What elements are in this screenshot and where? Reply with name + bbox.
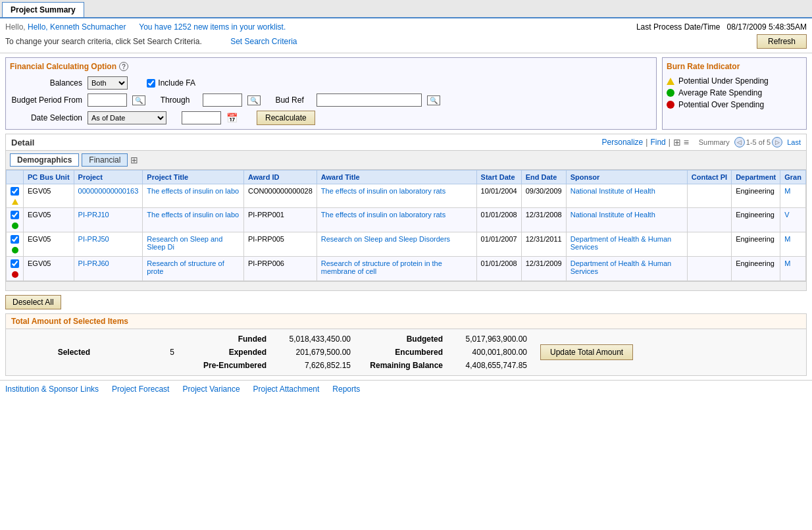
- project-forecast-link[interactable]: Project Forecast: [112, 384, 169, 394]
- project-cell[interactable]: PI-PRJ50: [74, 232, 143, 257]
- view-icon-1[interactable]: ⊞: [673, 137, 681, 147]
- worklist-link[interactable]: You have 1252 new items in your worklist…: [139, 22, 286, 32]
- col-end-date[interactable]: End Date: [521, 171, 566, 184]
- hello-text: Hello,: [5, 22, 28, 32]
- pre-encumbered-row: Pre-Encumbered 7,626,852.15: [188, 361, 351, 370]
- summary-label: Summary: [699, 138, 730, 146]
- col-sponsor[interactable]: Sponsor: [566, 171, 687, 184]
- col-start-date[interactable]: Start Date: [476, 171, 521, 184]
- personalize-link[interactable]: Personalize: [602, 138, 644, 147]
- search-criteria-section: To change your search criteria, click Se…: [5, 37, 297, 46]
- data-table: PC Bus Unit Project Project Title Award …: [6, 170, 806, 281]
- row-checkbox-cell: [7, 184, 24, 208]
- view-icon-2[interactable]: ≡: [684, 137, 689, 147]
- refresh-button[interactable]: Refresh: [757, 34, 807, 49]
- table-row: EGV05PI-PRJ60Research of structure of pr…: [7, 257, 806, 281]
- header-area: Hello, Hello, Kenneth Schumacher You hav…: [0, 18, 812, 53]
- financial-tab[interactable]: Financial: [82, 153, 128, 167]
- sponsor-cell[interactable]: Department of Health & Human Services: [566, 232, 687, 257]
- row-checkbox[interactable]: [11, 211, 19, 219]
- project-title-cell[interactable]: The effects of insulin on labo: [143, 184, 244, 208]
- table-row: EGV05PI-PRJ10The effects of insulin on l…: [7, 208, 806, 232]
- greeting-section: Hello, Hello, Kenneth Schumacher You hav…: [5, 22, 286, 32]
- project-cell[interactable]: PI-PRJ60: [74, 257, 143, 281]
- user-name[interactable]: Hello, Kenneth Schumacher: [28, 22, 126, 32]
- project-cell[interactable]: PI-PRJ10: [74, 208, 143, 232]
- update-total-button[interactable]: Update Total Amount: [540, 344, 633, 360]
- selected-label: Selected: [11, 348, 90, 357]
- gran-cell[interactable]: M: [780, 257, 806, 281]
- row-checkbox[interactable]: [11, 235, 19, 244]
- through-label: Through: [161, 95, 190, 105]
- sponsor-cell[interactable]: National Institute of Health: [566, 184, 687, 208]
- gran-cell[interactable]: M: [780, 184, 806, 208]
- col-gran[interactable]: Gran: [780, 171, 806, 184]
- col-checkbox: [7, 171, 24, 184]
- project-attachment-link[interactable]: Project Attachment: [253, 384, 320, 394]
- start-date-cell: 01/01/2008: [476, 208, 521, 232]
- as-of-date-input[interactable]: [182, 111, 221, 124]
- options-wrapper: Financial Calculating Option ? Balances …: [0, 53, 812, 134]
- through-search-btn[interactable]: 🔍: [247, 95, 261, 105]
- set-criteria-link[interactable]: Set Search Criteria: [230, 37, 297, 46]
- project-title-cell[interactable]: Research on Sleep and Sleep Di: [143, 232, 244, 257]
- bud-ref-search-btn[interactable]: 🔍: [427, 95, 440, 105]
- calendar-icon[interactable]: 📅: [226, 113, 238, 123]
- row-checkbox[interactable]: [11, 259, 19, 268]
- budget-from-search-btn[interactable]: 🔍: [132, 95, 145, 105]
- project-summary-tab[interactable]: Project Summary: [2, 2, 84, 17]
- institution-sponsor-link[interactable]: Institution & Sponsor Links: [5, 384, 99, 394]
- recalculate-button[interactable]: Recalculate: [257, 111, 315, 125]
- include-fa-checkbox[interactable]: [147, 79, 155, 88]
- col-pc-bus-unit[interactable]: PC Bus Unit: [24, 171, 74, 184]
- include-fa-label: Include FA: [158, 78, 195, 88]
- award-id-cell: CON000000000028: [243, 184, 317, 208]
- project-title-cell[interactable]: Research of structure of prote: [143, 257, 244, 281]
- date-selection-select[interactable]: As of Date Period End: [88, 111, 166, 124]
- project-title-cell[interactable]: The effects of insulin on labo: [143, 208, 244, 232]
- balances-label: Balances: [10, 78, 82, 88]
- project-cell[interactable]: 000000000000163: [74, 184, 143, 208]
- next-page-btn[interactable]: ▷: [772, 137, 782, 147]
- gran-cell[interactable]: V: [780, 208, 806, 232]
- detail-section: Detail Personalize | Find | ⊞ ≡ Summary …: [5, 134, 807, 291]
- project-variance-link[interactable]: Project Variance: [182, 384, 240, 394]
- gran-cell[interactable]: M: [780, 232, 806, 257]
- date-selection-row: Date Selection As of Date Period End 📅 R…: [10, 111, 652, 125]
- circle-green-indicator: [12, 223, 18, 229]
- last-link[interactable]: Last: [787, 138, 801, 146]
- prev-page-btn[interactable]: ◁: [734, 137, 745, 147]
- budget-period-from-input[interactable]: [88, 93, 127, 107]
- col-award-id[interactable]: Award ID: [243, 171, 317, 184]
- col-contact-pi[interactable]: Contact PI: [687, 171, 731, 184]
- pc-bus-unit-cell: EGV05: [24, 184, 74, 208]
- demographics-tab[interactable]: Demographics: [10, 153, 79, 167]
- award-title-cell[interactable]: The effects of insulin on laboratory rat…: [317, 208, 476, 232]
- award-title-cell[interactable]: Research on Sleep and Sleep Disorders: [317, 232, 476, 257]
- award-title-cell[interactable]: The effects of insulin on laboratory rat…: [317, 184, 476, 208]
- row-checkbox[interactable]: [11, 187, 19, 196]
- sponsor-cell[interactable]: Department of Health & Human Services: [566, 257, 687, 281]
- deselect-all-button[interactable]: Deselect All: [5, 295, 61, 309]
- reports-link[interactable]: Reports: [332, 384, 360, 394]
- department-cell: Engineering: [732, 232, 780, 257]
- award-title-cell[interactable]: Research of structure of protein in the …: [317, 257, 476, 281]
- budgeted-row: Budgeted 5,017,963,900.00: [364, 334, 527, 344]
- col-award-title[interactable]: Award Title: [317, 171, 476, 184]
- col-department[interactable]: Department: [732, 171, 780, 184]
- col-project-title[interactable]: Project Title: [143, 171, 244, 184]
- find-link[interactable]: Find: [650, 138, 665, 147]
- customize-grid-icon[interactable]: ⊞: [130, 155, 138, 165]
- balances-select[interactable]: Both Actuals Budget: [88, 76, 128, 90]
- sponsor-cell[interactable]: National Institute of Health: [566, 208, 687, 232]
- burn-rate-box: Burn Rate Indicator Potential Under Spen…: [662, 57, 807, 130]
- through-input[interactable]: [203, 93, 242, 107]
- selected-row: Selected 5: [11, 348, 174, 357]
- bud-ref-input[interactable]: [317, 93, 422, 107]
- row-checkbox-cell: [7, 257, 24, 281]
- burn-under-label: Potential Under Spending: [678, 76, 769, 86]
- help-icon[interactable]: ?: [119, 62, 128, 71]
- h-scrollbar[interactable]: [6, 281, 806, 290]
- dot-green-icon: [667, 89, 674, 97]
- col-project[interactable]: Project: [74, 171, 143, 184]
